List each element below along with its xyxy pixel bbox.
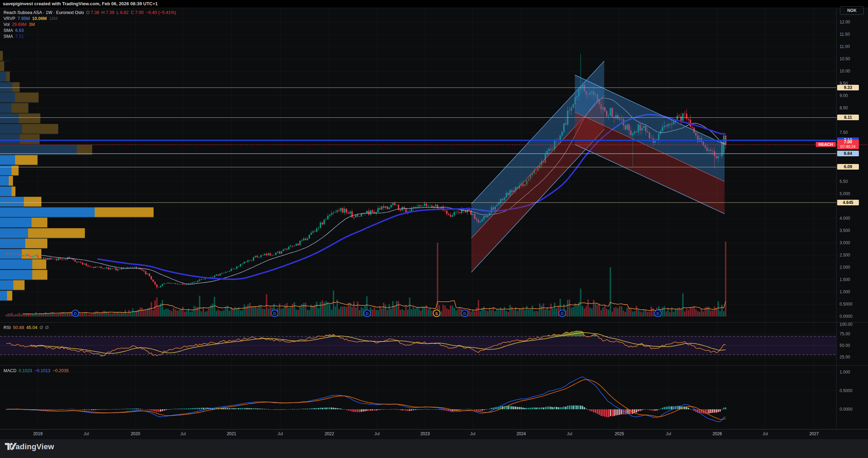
volume-bar (220, 311, 221, 316)
macd-hist-bar (119, 409, 121, 409)
time-tick-Jul: Jul (470, 431, 475, 436)
event-marker-d[interactable]: D (271, 310, 278, 317)
volume-bar (257, 308, 258, 316)
volume-bar (452, 306, 453, 316)
time-tick-Jul: Jul (666, 431, 671, 436)
volume-bar (586, 306, 587, 316)
macd-hist-bar (563, 406, 565, 409)
macd-hist-bar (63, 409, 65, 410)
volume-bar (546, 308, 548, 316)
macd-hist-bar (645, 409, 646, 410)
volume-bar (643, 310, 645, 316)
candle-body (400, 210, 401, 210)
candle-body (37, 255, 39, 258)
sma-slow-row[interactable]: SMA 7.21 (4, 34, 177, 40)
macd-hist-bar (532, 408, 533, 409)
vrvp-bar-blue (0, 155, 15, 165)
event-marker-d[interactable]: D (655, 310, 661, 317)
macd-hist-bar (660, 409, 661, 409)
macd-hist-bar (603, 409, 604, 416)
macd-hist-bar (428, 409, 429, 410)
sma-slow-label: SMA (4, 34, 13, 39)
candle-body (247, 260, 249, 262)
macd-hist-bar (573, 405, 574, 409)
sma-fast-row[interactable]: SMA 6.63 (4, 28, 177, 34)
macd-hist-bar (145, 409, 147, 410)
currency-button[interactable]: NOK (840, 6, 864, 15)
candle-body (145, 271, 147, 274)
volume-bar (714, 307, 715, 316)
macd-hist-bar (643, 409, 645, 410)
candle-body (346, 209, 347, 213)
volume-bar (675, 309, 676, 316)
symbol-row[interactable]: Reach Subsea ASA · 1W · Euronext Oslo O7… (4, 10, 177, 16)
macd-hist-bar (593, 409, 594, 412)
macd-hist-bar (480, 409, 481, 411)
volume-bar (184, 312, 186, 316)
macd-hist-bar (314, 408, 316, 409)
volume-bar (498, 309, 500, 316)
high-label: H (101, 10, 105, 15)
macd-hist-bar (264, 409, 265, 409)
rsi-legend[interactable]: RSI 50.88 45.04 Ø Ø (4, 325, 50, 331)
candle-body (102, 268, 104, 268)
volume-bar (264, 309, 265, 316)
vrvp-bar-gold (6, 72, 10, 82)
volume-bar (87, 314, 89, 316)
macd-hist-bar (167, 409, 169, 410)
volume-bar (372, 309, 373, 316)
candle-body (234, 269, 236, 269)
volume-bar (524, 310, 526, 316)
macd-hist-bar (268, 409, 269, 410)
candle-body (340, 208, 342, 211)
volume-bar (158, 306, 160, 316)
volume-bar (545, 309, 546, 316)
macd-hist-bar (225, 408, 227, 409)
rsi-empty-slot-1: Ø (40, 325, 43, 330)
candle-body (305, 239, 306, 240)
event-marker-s[interactable]: S (433, 310, 440, 317)
low-label: L (116, 10, 119, 15)
event-marker-d[interactable]: D (559, 310, 566, 317)
macd-legend[interactable]: MACD 0.1023 −0.1013 −0.2035 (4, 368, 70, 374)
volume-bar (584, 308, 585, 316)
event-marker-d[interactable]: D (462, 310, 468, 317)
volume-bar (299, 307, 301, 316)
candle-body (86, 264, 87, 266)
candle-body (95, 267, 96, 268)
volume-bar (688, 310, 689, 316)
event-marker-d[interactable]: D (72, 310, 79, 317)
macd-hist-bar (359, 409, 360, 412)
volume-bar (236, 308, 237, 316)
symbol-title[interactable]: Reach Subsea ASA · 1W · Euronext Oslo (4, 10, 84, 15)
event-marker-d[interactable]: D (364, 310, 371, 317)
macd-hist-bar (115, 409, 117, 410)
volume-bar (574, 303, 576, 316)
candle-body (39, 258, 40, 258)
svg-text:D: D (657, 312, 659, 316)
macd-hist-bar (43, 409, 44, 410)
change-value: −0.40 (−5.41%) (146, 10, 176, 15)
macd-hist-bar (584, 407, 585, 409)
tradingview-logo[interactable]: TradingView (5, 442, 54, 451)
price-tick-0.5000: 0.5000 (840, 302, 853, 307)
price-tick-11.50: 11.50 (840, 32, 850, 37)
time-axis[interactable] (0, 429, 868, 439)
chart-canvas[interactable]: DDDSDDD (0, 0, 868, 458)
macd-hist-bar (132, 409, 134, 409)
macd-hist-bar (73, 409, 74, 409)
vrvp-bar-blue (0, 218, 32, 227)
macd-hist-bar (80, 409, 81, 410)
macd-hist-bar (201, 408, 202, 409)
volume-row[interactable]: Vol 29.69M 3M (4, 22, 177, 28)
candle-body (688, 119, 689, 120)
candle-body (169, 283, 170, 283)
time-tick-Jul: Jul (762, 431, 768, 436)
macd-hist-bar (439, 409, 440, 410)
price-tick-9.50: 9.50 (840, 81, 848, 86)
macd-hist-bar (519, 407, 520, 409)
volume-bar (509, 305, 511, 316)
macd-hist-bar (606, 409, 607, 417)
macd-hist-bar (515, 406, 516, 409)
vrvp-row[interactable]: VRVP 7.95M 10.06M 18M (4, 16, 177, 22)
